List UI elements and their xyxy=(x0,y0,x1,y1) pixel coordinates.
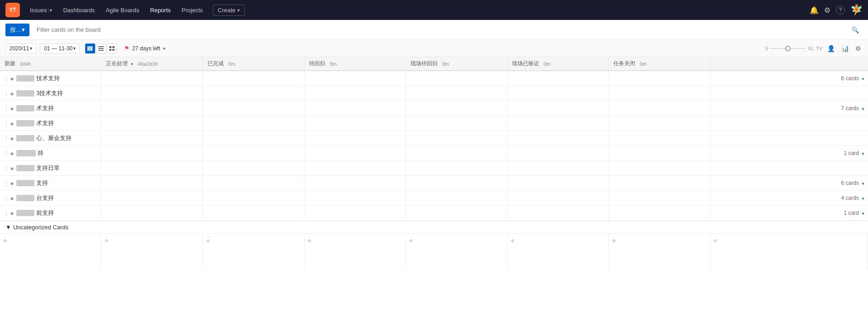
drag-handle-icon[interactable]: ⋮ xyxy=(4,210,9,216)
date-range-selector[interactable]: 01 — 11-30 ▾ xyxy=(40,44,80,53)
mascot-icon[interactable]: 🧚 xyxy=(850,4,863,16)
swimlane-cell xyxy=(101,191,203,205)
board-settings-icon[interactable]: ⚙ xyxy=(854,44,863,53)
swimlane-header-2: ⋮ ▶ ████ 术支持 xyxy=(0,102,101,115)
cards-count-label: 6 cards xyxy=(841,75,859,82)
swimlane-cell xyxy=(101,101,203,116)
swimlane-prefix: ████ xyxy=(16,195,34,201)
view-compact-btn[interactable] xyxy=(107,44,117,53)
drag-handle-icon[interactable]: ⋮ xyxy=(4,90,9,97)
col-header-1: 正在处理 ● 46w2d3h xyxy=(101,57,203,70)
expand-icon[interactable]: ▶ xyxy=(11,106,14,111)
swimlane-cell xyxy=(406,206,507,220)
settings-icon[interactable]: ⚙ xyxy=(824,6,830,15)
col-header-3: 待回归 0m xyxy=(304,57,406,70)
filter-dropdown-button[interactable]: 按…▾ xyxy=(5,24,29,36)
svg-rect-5 xyxy=(98,50,104,51)
create-button[interactable]: Create ▾ xyxy=(213,5,245,16)
drag-handle-icon[interactable]: ⋮ xyxy=(4,195,9,201)
filter-input-wrapper: 🔍 xyxy=(33,24,863,36)
swimlane-cell xyxy=(507,176,609,190)
toolbar-right: S XL TV 👤 📊 ⚙ xyxy=(765,44,863,53)
nav-dashboards[interactable]: Dashboards xyxy=(58,5,99,15)
swimlane-cards-count: 6 cards ● xyxy=(710,178,868,188)
swimlane-cell xyxy=(609,116,710,131)
drag-handle-icon[interactable]: ⋮ xyxy=(4,150,9,156)
help-icon[interactable]: ? xyxy=(836,5,845,15)
table-row: ⋮ ▶ ████ 技术支持 6 cards ● xyxy=(0,71,868,86)
add-card-cell-6[interactable]: + xyxy=(609,233,710,270)
table-row: ⋮ ▶ ███ 支持 6 cards ● xyxy=(0,176,868,191)
col-count: 0m xyxy=(442,61,449,67)
expand-icon[interactable]: ▶ xyxy=(11,181,14,186)
expand-icon[interactable]: ▶ xyxy=(11,151,14,156)
swimlane-cell xyxy=(203,86,304,101)
cards-count-label: 4 cards xyxy=(841,195,859,201)
notifications-icon[interactable]: 🔔 xyxy=(810,6,819,15)
add-card-cell-3[interactable]: + xyxy=(304,233,406,270)
swimlane-cell xyxy=(406,86,507,101)
swimlane-cell xyxy=(304,176,406,190)
expand-icon[interactable]: ▶ xyxy=(11,166,14,171)
swimlane-cell xyxy=(304,146,406,160)
swimlane-title: 支持日常 xyxy=(36,164,60,172)
add-card-cell-4[interactable]: + xyxy=(406,233,507,270)
nav-projects[interactable]: Projects xyxy=(177,5,207,15)
svg-rect-8 xyxy=(109,49,111,51)
swimlane-cell xyxy=(406,191,507,205)
expand-icon[interactable]: ▶ xyxy=(11,136,14,141)
swimlane-cell xyxy=(609,86,710,101)
svg-rect-7 xyxy=(112,46,115,48)
filter-bar: 按…▾ 🔍 xyxy=(0,20,868,40)
swimlane-cell xyxy=(203,176,304,190)
size-xl-label: XL xyxy=(808,46,814,51)
view-board-btn[interactable] xyxy=(85,44,95,53)
swimlane-cell xyxy=(101,176,203,190)
col-count: 0m xyxy=(640,61,646,67)
drag-handle-icon[interactable]: ⋮ xyxy=(4,165,9,171)
swimlane-prefix: ████ xyxy=(16,105,34,111)
uncategorized-header[interactable]: ▼ Uncategorized Cards xyxy=(0,221,868,233)
add-card-cell-7[interactable]: + xyxy=(710,233,868,270)
swimlane-header-4: ⋮ ▶ ████ 心、展会支持 xyxy=(0,131,101,145)
col-count: 46w2d3h xyxy=(138,61,158,67)
col-header-0: 新建 3d4h xyxy=(0,57,101,70)
view-list-btn[interactable] xyxy=(96,44,106,53)
size-slider[interactable]: S XL TV xyxy=(765,46,822,51)
chart-icon[interactable]: 📊 xyxy=(840,44,850,53)
expand-icon[interactable]: ▶ xyxy=(11,121,14,126)
swimlane-cell xyxy=(507,86,609,101)
add-card-cell-0[interactable]: + xyxy=(0,233,101,270)
add-card-cell-2[interactable]: + xyxy=(203,233,304,270)
col-active-dot: ● xyxy=(130,61,133,66)
drag-handle-icon[interactable]: ⋮ xyxy=(4,180,9,186)
expand-icon[interactable]: ▶ xyxy=(11,196,14,201)
avatar-view-icon[interactable]: 👤 xyxy=(826,44,836,53)
sprint-active-dot: ● xyxy=(163,46,165,51)
swimlane-cell xyxy=(203,101,304,116)
nav-issues[interactable]: Issues | ▾ xyxy=(25,5,57,15)
drag-handle-icon[interactable]: ⋮ xyxy=(4,120,9,126)
add-card-cell-1[interactable]: + xyxy=(101,233,203,270)
add-card-cell-5[interactable]: + xyxy=(507,233,609,270)
nav-reports[interactable]: Reports xyxy=(145,5,175,15)
search-icon[interactable]: 🔍 xyxy=(851,26,859,34)
col-header-6: 任务关闭 0m xyxy=(609,57,710,70)
filter-input[interactable] xyxy=(33,24,863,36)
nav-agile-boards[interactable]: Agile Boards xyxy=(101,5,144,15)
swimlane-cell xyxy=(304,131,406,145)
swimlane-cell xyxy=(304,161,406,175)
sprint-selector[interactable]: 2020/11 ▾ xyxy=(5,44,36,53)
svg-rect-1 xyxy=(89,46,91,51)
swimlane-prefix: █████ xyxy=(16,150,36,156)
expand-icon[interactable]: ▶ xyxy=(11,76,14,81)
swimlane-cell xyxy=(406,101,507,116)
drag-handle-icon[interactable]: ⋮ xyxy=(4,75,9,82)
drag-handle-icon[interactable]: ⋮ xyxy=(4,105,9,111)
drag-handle-icon[interactable]: ⋮ xyxy=(4,135,9,141)
app-logo[interactable]: YT xyxy=(5,3,20,17)
expand-icon[interactable]: ▶ xyxy=(11,211,14,216)
col-label: 任务关闭 xyxy=(613,60,635,68)
col-count: 0m xyxy=(544,61,550,67)
expand-icon[interactable]: ▶ xyxy=(11,91,14,96)
